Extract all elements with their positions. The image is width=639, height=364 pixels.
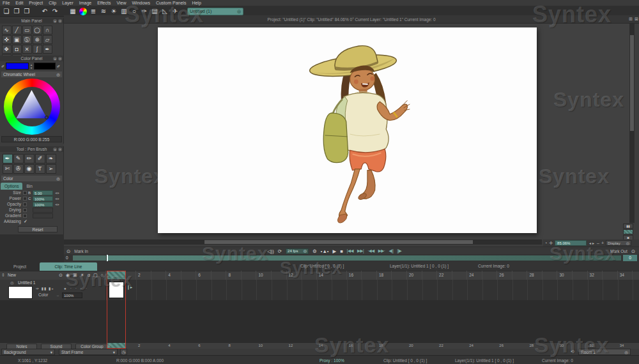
field-value[interactable] — [33, 208, 53, 213]
current-frame-marker-top[interactable] — [107, 271, 125, 279]
horizontal-scrollbar[interactable] — [64, 239, 542, 245]
close-icon[interactable]: ✕ — [58, 57, 62, 61]
field-checkbox[interactable] — [23, 214, 27, 218]
tool-panel-header[interactable]: Tool : Pen Brush ●✕ — [0, 146, 63, 152]
dry-brush-icon[interactable]: ✏ — [24, 154, 35, 163]
ruler-tick-34[interactable]: 34 — [620, 273, 624, 277]
next-key-button[interactable]: ▶▶· — [378, 248, 385, 254]
primary-color-swatch[interactable] — [6, 63, 29, 70]
ruler-tick-32[interactable]: 32 — [590, 273, 594, 277]
menu-layer[interactable]: Layer — [62, 0, 73, 6]
scurve-tool-icon[interactable]: ʃ — [33, 45, 42, 54]
swatch-spinner-icon[interactable]: ▲▼ — [30, 63, 33, 70]
start-frame-select[interactable]: Start Frame ▾ — [59, 349, 118, 355]
prev-frame-button[interactable]: ◀|| — [389, 248, 394, 254]
mark-out-icon[interactable]: ⊙ — [631, 248, 635, 254]
zoom-stepper-icon[interactable]: ◄► — [589, 241, 595, 245]
hue-marker[interactable] — [45, 116, 49, 119]
frame-ruler-bottom[interactable]: 02468101214161820222426283032343638 — [105, 342, 639, 349]
ruler-tick-30[interactable]: 30 — [560, 344, 564, 347]
eyedropper-a-icon[interactable]: ✐ — [1, 64, 4, 68]
split-view-icon[interactable] — [623, 229, 633, 234]
scrub-range[interactable] — [108, 255, 621, 261]
tab-clip-timeline[interactable]: Clip: Time Line — [40, 262, 97, 271]
undo-icon[interactable]: ↶ — [40, 7, 49, 16]
magnifier-icon[interactable]: ○ — [130, 7, 139, 16]
next-frame-button[interactable]: ||▶ — [397, 248, 401, 254]
pause-panel-icon[interactable]: ▮▮ — [623, 224, 633, 229]
text-tool-icon[interactable]: T — [35, 164, 45, 174]
play-button[interactable]: ▶ — [332, 248, 336, 254]
stepper-arrows-icon[interactable]: ◄► — [54, 191, 59, 195]
go-start-button[interactable]: |◀◀ — [347, 248, 353, 254]
secondary-color-swatch[interactable] — [34, 63, 56, 70]
scrub-preroll[interactable] — [73, 255, 106, 261]
tab-project[interactable]: Project — [1, 263, 38, 271]
color-panel-header[interactable]: Color Panel ●✕ — [0, 56, 63, 61]
panel-menu-icon[interactable]: ⊞ — [629, 17, 633, 22]
room-select[interactable]: Room 1 ◎ — [578, 349, 631, 355]
ruler-tick-8[interactable]: 8 — [228, 344, 230, 347]
collapse-icon[interactable]: ● — [53, 19, 57, 23]
light-table-icon[interactable]: ☀ — [109, 7, 118, 16]
camera-tool-icon[interactable]: ◘ — [12, 45, 22, 54]
bounds-icon[interactable]: ▢ — [93, 273, 98, 278]
ruler-tick-26[interactable]: 26 — [499, 344, 504, 347]
field-value[interactable]: 5.00 — [33, 190, 53, 195]
warp-tool-icon[interactable]: ➢ — [46, 164, 56, 174]
field-checkbox[interactable] — [23, 202, 27, 206]
pan-tool-icon[interactable]: ▱ — [43, 35, 52, 44]
ruler-tick-20[interactable]: 20 — [409, 273, 413, 277]
layer-mini-icons[interactable]: ✑ ▮▮ ▮+ — [36, 286, 54, 291]
select-option-icon[interactable]: ▣ — [12, 35, 22, 44]
menu-help[interactable]: Help — [192, 0, 201, 6]
collapse-icon[interactable]: ● — [53, 148, 57, 151]
menu-custom-panels[interactable]: Custom Panels — [156, 0, 186, 6]
menu-edit[interactable]: Edit — [15, 0, 23, 6]
new-layer-button[interactable]: New — [8, 273, 16, 277]
ruler-tick-30[interactable]: 30 — [560, 273, 564, 277]
menu-view[interactable]: View — [116, 0, 126, 6]
ruler-tick-2[interactable]: 2 — [138, 273, 141, 277]
ruler-tick-22[interactable]: 22 — [439, 344, 443, 347]
clock-icon[interactable]: ◷ — [120, 349, 127, 355]
ruler-tick-34[interactable]: 34 — [620, 344, 624, 347]
field-checkbox[interactable] — [23, 208, 27, 212]
eye-icon[interactable]: ◉ — [66, 273, 70, 278]
stop-button[interactable]: ■ — [340, 248, 343, 254]
fps-select[interactable]: 24 fps◎ — [286, 248, 309, 254]
select-freehand-icon[interactable]: ∿ — [2, 26, 12, 34]
import-icon[interactable]: ≣ — [89, 7, 98, 16]
layer-state-icon[interactable]: ◎ — [10, 280, 14, 285]
ruler-tick-28[interactable]: 28 — [529, 344, 534, 347]
open-file-icon[interactable]: ❐ — [12, 7, 21, 16]
wet-brush-icon[interactable]: ✎ — [13, 154, 24, 163]
field-checkbox[interactable] — [23, 197, 27, 201]
tab-options[interactable]: Options — [1, 183, 22, 190]
color-mode-select[interactable]: Chromatic Wheel ◎ — [1, 72, 62, 77]
zoom-in-button[interactable]: + — [601, 241, 604, 245]
field-value[interactable]: 100% — [33, 202, 53, 207]
color-wheel-icon[interactable]: ● — [79, 8, 87, 15]
grip-icon[interactable]: ⇕ — [1, 273, 5, 278]
pen-tool-icon[interactable]: ✒ — [43, 45, 52, 54]
vertical-scrollbar[interactable] — [629, 24, 635, 223]
workspace-icon[interactable]: ▦ — [68, 7, 77, 16]
vertical-scroll-thumb[interactable] — [630, 35, 634, 131]
layer-opacity-field[interactable]: 100% — [62, 292, 82, 298]
curve-tool-icon[interactable]: ∩ — [43, 26, 52, 34]
chart-icon[interactable]: ◺ — [160, 7, 169, 16]
rotate-tool-icon[interactable]: ✥ — [2, 45, 12, 54]
ruler-tick-2[interactable]: 2 — [138, 344, 140, 347]
ruler-tick-28[interactable]: 28 — [529, 273, 534, 277]
tab-bin[interactable]: Bin — [22, 183, 36, 190]
menu-image[interactable]: Image — [79, 0, 91, 6]
timeline-scrub-bar[interactable]: 0 0 — [64, 254, 639, 262]
line-tool-icon[interactable]: ╱ — [12, 26, 22, 34]
horizontal-scroll-thumb[interactable] — [204, 240, 473, 244]
layers-icon[interactable]: ≋ — [99, 7, 108, 16]
display-select[interactable]: Display ◎ — [606, 240, 631, 246]
menu-clip[interactable]: Clip — [49, 0, 56, 6]
stamp-tool-icon[interactable]: ✜ — [2, 35, 12, 44]
collapse-icon[interactable]: ● — [53, 57, 57, 61]
